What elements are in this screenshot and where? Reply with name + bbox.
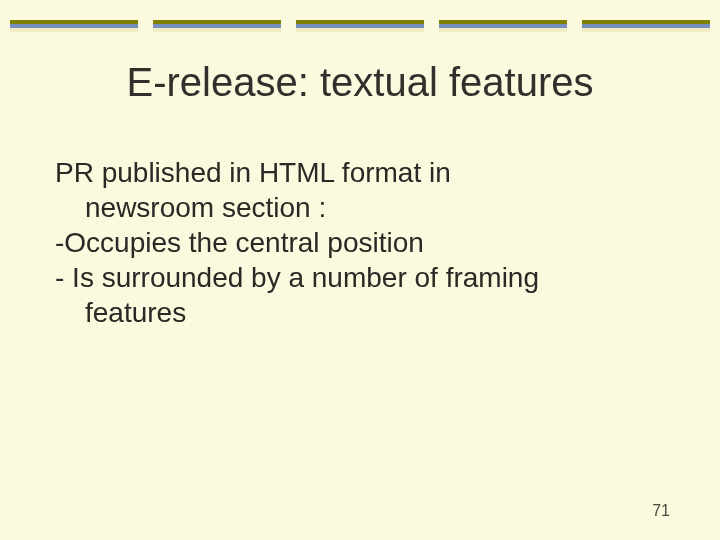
body-line: -Occupies the central position [55,225,665,260]
page-number: 71 [652,502,670,520]
body-line: newsroom section : [85,190,665,225]
bar-segment [439,20,567,32]
slide-title: E-release: textual features [0,60,720,105]
bar-segment [10,20,138,32]
body-line: - Is surrounded by a number of framing [55,260,665,295]
body-line: features [85,295,665,330]
bar-segment [296,20,424,32]
slide: E-release: textual features PR published… [0,0,720,540]
slide-body: PR published in HTML format in newsroom … [55,155,665,330]
decorative-top-bars [0,20,720,32]
body-line: PR published in HTML format in [55,155,665,190]
bar-segment [582,20,710,32]
bar-segment [153,20,281,32]
